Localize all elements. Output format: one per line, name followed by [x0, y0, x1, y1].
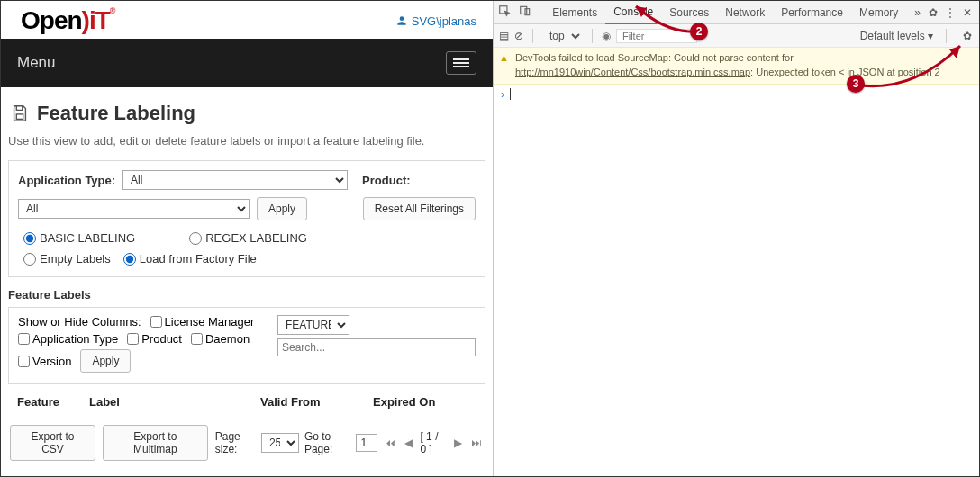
tab-elements[interactable]: Elements: [544, 1, 605, 24]
brand-text-it: )iT: [82, 6, 110, 34]
pager-prev-icon[interactable]: ◀: [403, 436, 414, 449]
devtools-settings-icon[interactable]: ✿: [929, 6, 938, 19]
annotation-badge-3: 3: [847, 75, 865, 93]
pager-next-icon[interactable]: ▶: [452, 436, 464, 449]
svg-marker-5: [949, 46, 960, 58]
feature-labels-heading: Feature Labels: [1, 286, 493, 307]
pager-row: Export to CSV Export to Multimap Page si…: [1, 416, 493, 470]
page-title: Feature Labeling: [1, 87, 493, 132]
divider: [540, 5, 540, 20]
devtools-menu-icon[interactable]: ⋮: [945, 6, 956, 19]
table-header: Feature Label Valid From Expired On: [8, 388, 485, 416]
context-select[interactable]: top: [542, 27, 583, 45]
radio-empty-label: Empty Labels: [40, 252, 111, 266]
feature-labels-panel: Show or Hide Columns: License Manager Ap…: [8, 307, 485, 384]
apptype-select[interactable]: All: [122, 170, 348, 190]
export-csv-button[interactable]: Export to CSV: [10, 425, 95, 461]
clear-console-icon[interactable]: ⊘: [514, 30, 523, 42]
warn-text-pre: DevTools failed to load SourceMap: Could…: [515, 52, 794, 63]
search-input[interactable]: [277, 338, 476, 356]
page-size-label: Page size:: [215, 430, 256, 455]
devtools-pane: Elements Console Sources Network Perform…: [493, 1, 979, 476]
th-valid: Valid From: [260, 395, 373, 409]
goto-page-input[interactable]: [356, 434, 377, 452]
svg-rect-2: [521, 6, 527, 14]
pager-last-icon[interactable]: ⏭: [469, 436, 484, 449]
tab-network[interactable]: Network: [717, 1, 773, 24]
brand-reg: ®: [110, 6, 115, 15]
apptype-label: Application Type:: [18, 174, 115, 187]
radio-regex-label: REGEX LABELING: [205, 231, 307, 245]
radio-basic-label: BASIC LABELING: [40, 231, 135, 245]
radio-load-label: Load from Factory File: [140, 252, 257, 266]
th-label: Label: [89, 395, 260, 409]
devtools-tabbar: Elements Console Sources Network Perform…: [494, 1, 979, 24]
radio-load-factory[interactable]: Load from Factory File: [123, 252, 257, 266]
devtools-close-icon[interactable]: ✕: [963, 6, 972, 19]
radio-basic-labeling[interactable]: BASIC LABELING: [23, 231, 135, 245]
inspect-element-icon[interactable]: [494, 4, 515, 20]
menu-bar: Menu: [1, 39, 493, 87]
annotation-arrow-3: [852, 39, 978, 93]
prompt-chevron-icon: ›: [501, 88, 504, 101]
export-multimap-button[interactable]: Export to Multimap: [103, 425, 208, 461]
chk-version[interactable]: Version: [18, 355, 71, 368]
radio-regex-labeling[interactable]: REGEX LABELING: [189, 231, 307, 245]
pager-first-icon[interactable]: ⏮: [383, 436, 397, 449]
brand-bar: Open)iT® SVG\jplanas: [1, 1, 493, 39]
brand-logo: Open)iT®: [21, 6, 114, 35]
tab-memory[interactable]: Memory: [851, 1, 906, 24]
annotation-arrow-2: [611, 0, 701, 35]
product-select[interactable]: All: [18, 199, 250, 219]
menu-toggle-button[interactable]: [446, 51, 476, 75]
user-icon: [395, 14, 408, 27]
toggle-device-icon[interactable]: [515, 4, 537, 20]
chk-daemon[interactable]: Daemon: [191, 332, 250, 346]
warn-link[interactable]: http://mn1910win/Content/Css/bootstrap.m…: [515, 67, 750, 77]
chk-product[interactable]: Product: [127, 332, 182, 346]
console-sidebar-toggle-icon[interactable]: ▤: [499, 30, 509, 42]
svg-marker-4: [636, 6, 647, 17]
th-feature: Feature: [17, 395, 89, 409]
th-expired: Expired On: [373, 395, 463, 409]
user-name: SVG\jplanas: [412, 14, 476, 28]
filter-panel: Application Type: All Product: All Apply…: [8, 160, 485, 277]
feature-select[interactable]: FEATURE: [277, 315, 349, 335]
save-icon: [10, 104, 30, 123]
tab-performance[interactable]: Performance: [773, 1, 851, 24]
page-intro: Use this view to add, edit or delete fea…: [1, 132, 493, 160]
radio-empty-labels[interactable]: Empty Labels: [23, 252, 111, 266]
live-expression-icon[interactable]: ◉: [602, 30, 611, 42]
warning-icon: ▲: [499, 51, 509, 66]
page-title-text: Feature Labeling: [37, 102, 195, 125]
brand-text-open: Open: [21, 6, 82, 34]
showhide-label: Show or Hide Columns:: [18, 315, 141, 328]
chk-license-manager[interactable]: License Manager: [150, 315, 255, 328]
apply-columns-button[interactable]: Apply: [80, 349, 131, 373]
tab-more[interactable]: »: [906, 1, 929, 24]
app-pane: Open)iT® SVG\jplanas Menu Feature Labeli…: [1, 1, 493, 476]
pager-position: [ 1 / 0 ]: [420, 430, 447, 455]
page-size-select[interactable]: 25: [261, 433, 299, 453]
annotation-badge-2: 2: [690, 22, 708, 40]
goto-page-label: Go to Page:: [304, 430, 351, 455]
menu-title: Menu: [17, 54, 56, 72]
apply-filters-button[interactable]: Apply: [257, 197, 307, 220]
svg-rect-0: [16, 114, 23, 120]
reset-filters-button[interactable]: Reset All Filterings: [363, 197, 476, 220]
chk-application-type[interactable]: Application Type: [18, 332, 118, 346]
user-link[interactable]: SVG\jplanas: [395, 14, 476, 28]
text-cursor: [510, 88, 511, 100]
product-label: Product:: [362, 174, 410, 187]
